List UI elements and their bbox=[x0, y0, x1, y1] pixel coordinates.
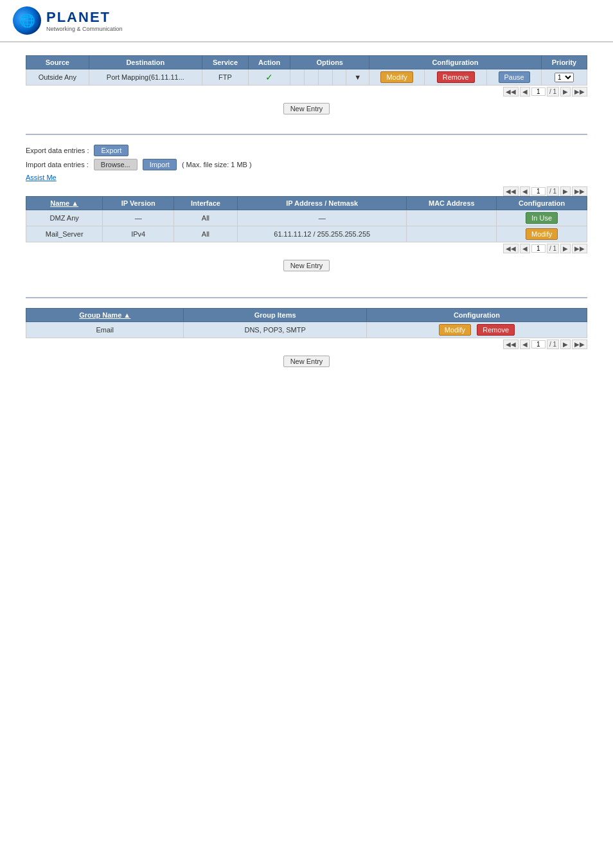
fw-opt2 bbox=[305, 69, 319, 86]
fw-opt1 bbox=[290, 69, 305, 86]
firewall-row: Outside Any Port Mapping(61.11.11... FTP… bbox=[26, 69, 587, 86]
header: 🌐 PLANET Networking & Communication bbox=[0, 0, 613, 42]
sg-groupitems-0: DNS, POP3, SMTP bbox=[184, 322, 366, 338]
logo-icon: 🌐 bbox=[13, 6, 41, 35]
import-label: Import data entries : bbox=[26, 161, 89, 168]
col-destination: Destination bbox=[89, 56, 202, 69]
col-source: Source bbox=[26, 56, 89, 69]
addr-new-entry-button[interactable]: New Entry bbox=[283, 260, 330, 271]
firewall-section: Source Destination Service Action Option… bbox=[26, 55, 587, 121]
fw-page-input[interactable] bbox=[531, 87, 546, 96]
sg-last-page[interactable]: ▶▶ bbox=[572, 339, 587, 349]
addr-interface-0: All bbox=[173, 210, 237, 226]
sg-page-input[interactable] bbox=[531, 340, 546, 348]
action-check-icon: ✓ bbox=[265, 72, 273, 82]
sg-groupname-0: Email bbox=[26, 322, 184, 338]
addr-ipnetmask-1: 61.11.11.12 / 255.255.255.255 bbox=[238, 226, 407, 242]
sg-groupname-sort: Group Name ▲ bbox=[79, 311, 130, 319]
addr-modify-button-1[interactable]: Modify bbox=[526, 228, 558, 240]
fw-last-page[interactable]: ▶▶ bbox=[572, 87, 587, 96]
export-button[interactable]: Export bbox=[94, 145, 129, 156]
fw-remove-button[interactable]: Remove bbox=[437, 71, 475, 83]
sg-first-page[interactable]: ◀◀ bbox=[503, 339, 519, 349]
addr-next-page-top[interactable]: ▶ bbox=[560, 186, 571, 196]
fw-destination: Port Mapping(61.11.11... bbox=[89, 69, 202, 86]
import-button[interactable]: Import bbox=[143, 159, 177, 170]
addr-pagination-bottom: ◀◀ ◀ / 1 ▶ ▶▶ bbox=[26, 244, 587, 253]
addr-name-sort: Name ▲ bbox=[50, 199, 78, 207]
addr-mac-1 bbox=[407, 226, 497, 242]
export-label: Export data entries : bbox=[26, 147, 89, 154]
col-configuration: Configuration bbox=[369, 56, 542, 69]
addr-col-interface: Interface bbox=[173, 197, 237, 210]
main-content: Source Destination Service Action Option… bbox=[0, 42, 613, 406]
addr-first-page-bot[interactable]: ◀◀ bbox=[503, 244, 519, 253]
sg-col-groupname[interactable]: Group Name ▲ bbox=[26, 309, 184, 322]
priority-select[interactable]: 1 bbox=[555, 73, 574, 82]
fw-page-of: / 1 bbox=[547, 87, 559, 96]
addr-col-name[interactable]: Name ▲ bbox=[26, 197, 103, 210]
sg-col-config: Configuration bbox=[366, 309, 587, 322]
logo-brand: PLANET bbox=[46, 9, 123, 26]
addr-col-ipnetmask: IP Address / Netmask bbox=[238, 197, 407, 210]
col-service: Service bbox=[202, 56, 249, 69]
addr-ipversion-0: — bbox=[103, 210, 173, 226]
browse-button[interactable]: Browse... bbox=[94, 159, 138, 170]
fw-priority-cell: 1 bbox=[541, 69, 587, 86]
sg-prev-page[interactable]: ◀ bbox=[520, 339, 530, 349]
fw-service: FTP bbox=[202, 69, 249, 86]
firewall-table: Source Destination Service Action Option… bbox=[26, 55, 587, 86]
addr-page-input-bot[interactable] bbox=[531, 244, 546, 253]
fw-modify-button[interactable]: Modify bbox=[380, 71, 413, 83]
addr-config-0: In Use bbox=[497, 210, 587, 226]
import-row: Import data entries : Browse... Import (… bbox=[26, 159, 587, 170]
sg-col-groupitems: Group Items bbox=[184, 309, 366, 322]
sg-new-entry-button[interactable]: New Entry bbox=[283, 356, 330, 367]
addr-prev-page-top[interactable]: ◀ bbox=[520, 186, 530, 196]
addr-interface-1: All bbox=[173, 226, 237, 242]
logo-area: 🌐 PLANET Networking & Communication bbox=[13, 6, 123, 35]
sg-modify-button-0[interactable]: Modify bbox=[439, 324, 471, 336]
addr-last-page-top[interactable]: ▶▶ bbox=[572, 186, 587, 196]
sg-config-0: Modify Remove bbox=[366, 322, 587, 338]
addr-config-1: Modify bbox=[497, 226, 587, 242]
addr-pagination-top: ◀◀ ◀ / 1 ▶ ▶▶ bbox=[26, 186, 587, 196]
fw-remove-btn-cell: Remove bbox=[425, 69, 487, 86]
addr-first-page-top[interactable]: ◀◀ bbox=[503, 186, 519, 196]
addr-ipversion-1: IPv4 bbox=[103, 226, 173, 242]
addr-last-page-bot[interactable]: ▶▶ bbox=[572, 244, 587, 253]
sg-next-page[interactable]: ▶ bbox=[560, 339, 571, 349]
fw-pagination: ◀◀ ◀ / 1 ▶ ▶▶ bbox=[26, 87, 587, 96]
fw-new-entry-button[interactable]: New Entry bbox=[283, 103, 330, 114]
fw-new-entry-row: New Entry bbox=[26, 96, 587, 121]
divider-1 bbox=[26, 134, 587, 135]
col-priority: Priority bbox=[541, 56, 587, 69]
addr-col-ipversion: IP Version bbox=[103, 197, 173, 210]
sg-new-entry-row: New Entry bbox=[26, 349, 587, 374]
addr-new-entry-row: New Entry bbox=[26, 253, 587, 278]
addr-page-input-top[interactable] bbox=[531, 187, 546, 195]
service-group-section: Group Name ▲ Group Items Configuration E… bbox=[26, 308, 587, 374]
addr-prev-page-bot[interactable]: ◀ bbox=[520, 244, 530, 253]
fw-action: ✓ bbox=[248, 69, 290, 86]
import-note: ( Max. file size: 1 MB ) bbox=[182, 161, 252, 168]
address-section: Export data entries : Export Import data… bbox=[26, 145, 587, 278]
fw-pause-button[interactable]: Pause bbox=[499, 71, 530, 83]
addr-next-page-bot[interactable]: ▶ bbox=[560, 244, 571, 253]
address-table: Name ▲ IP Version Interface IP Address /… bbox=[26, 196, 587, 242]
col-action: Action bbox=[248, 56, 290, 69]
addr-mac-0 bbox=[407, 210, 497, 226]
fw-pause-btn-cell: Pause bbox=[487, 69, 542, 86]
addr-page-of-bot: / 1 bbox=[547, 244, 559, 253]
fw-prev-page[interactable]: ◀ bbox=[520, 87, 530, 96]
fw-filter: ▼ bbox=[346, 69, 369, 86]
fw-next-page[interactable]: ▶ bbox=[560, 87, 571, 96]
service-group-table: Group Name ▲ Group Items Configuration E… bbox=[26, 308, 587, 338]
fw-first-page[interactable]: ◀◀ bbox=[503, 87, 519, 96]
addr-col-mac: MAC Address bbox=[407, 197, 497, 210]
export-row: Export data entries : Export bbox=[26, 145, 587, 156]
addr-inuse-button-0[interactable]: In Use bbox=[526, 212, 558, 224]
address-row-1: Mail_Server IPv4 All 61.11.11.12 / 255.2… bbox=[26, 226, 587, 242]
sg-remove-button-0[interactable]: Remove bbox=[477, 324, 515, 336]
assist-me-link[interactable]: Assist Me bbox=[26, 174, 57, 181]
